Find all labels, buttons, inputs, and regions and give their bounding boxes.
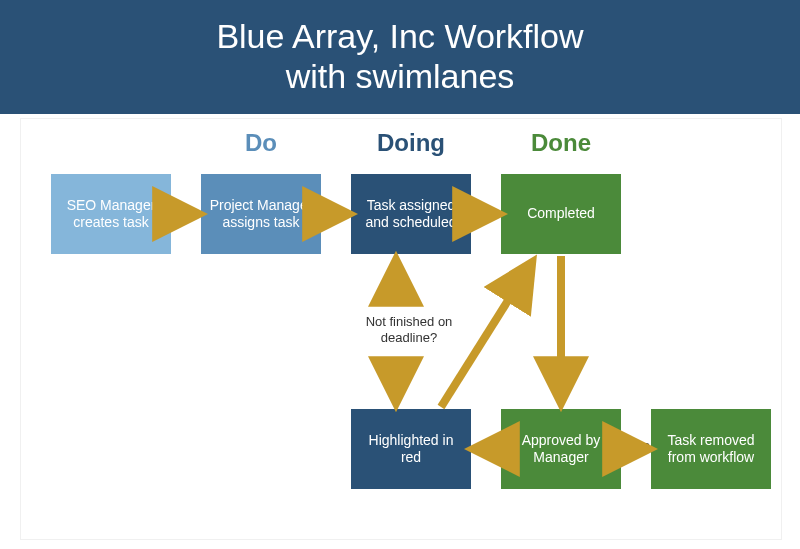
node-seo-creates: SEO Manager creates task xyxy=(51,174,171,254)
lane-header-doing: Doing xyxy=(341,129,481,157)
annotation-no: NO xyxy=(476,441,506,455)
workflow-diagram: Blue Array, Inc Workflow with swimlanes … xyxy=(0,0,800,549)
diagram-body: Do Doing Done SEO Manager creates task P… xyxy=(20,118,782,540)
lane-header-do: Do xyxy=(191,129,331,157)
node-pm-assigns: Project Manager assigns task xyxy=(201,174,321,254)
diagram-header: Blue Array, Inc Workflow with swimlanes xyxy=(0,0,800,114)
annotation-deadline: Not finished on deadline? xyxy=(339,314,479,345)
title-line-1: Blue Array, Inc Workflow xyxy=(216,17,583,55)
node-completed: Completed xyxy=(501,174,621,254)
node-removed: Task removed from workflow xyxy=(651,409,771,489)
title-line-2: with swimlanes xyxy=(286,57,515,95)
lane-header-done: Done xyxy=(491,129,631,157)
node-approved: Approved by Manager xyxy=(501,409,621,489)
node-assigned-scheduled: Task assigned and scheduled xyxy=(351,174,471,254)
node-highlighted: Highlighted in red xyxy=(351,409,471,489)
annotation-yes: YES xyxy=(623,441,653,455)
